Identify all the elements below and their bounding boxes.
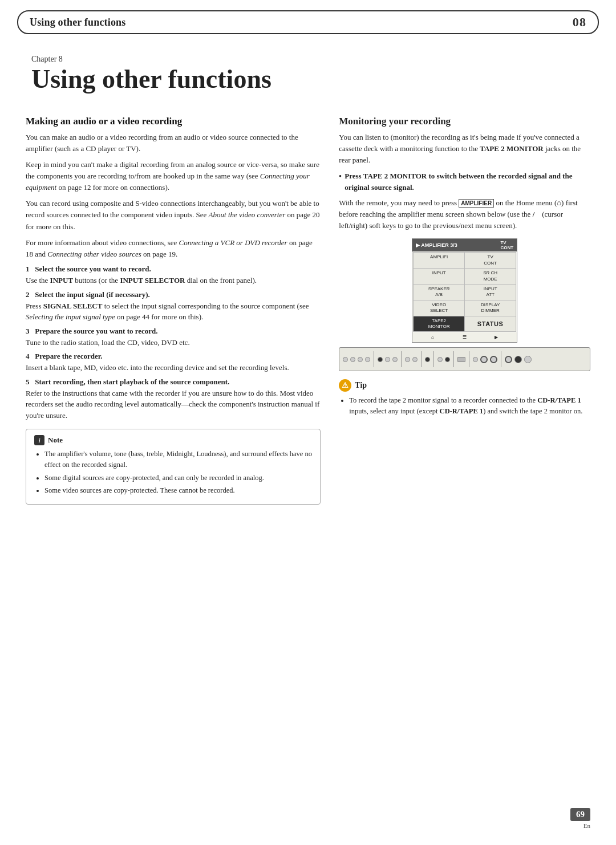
amp-tv-cont: TVCONT bbox=[500, 240, 513, 250]
amp-btn-right: ▶ bbox=[495, 335, 498, 340]
tip-box: ⚠ Tip To record the tape 2 monitor signa… bbox=[339, 379, 590, 417]
panel-divider-3 bbox=[421, 351, 422, 367]
amp-cell-speakerab: SPEAKERA/B bbox=[414, 285, 464, 300]
panel-circle-filled-3 bbox=[445, 357, 450, 362]
panel-circle-filled-4 bbox=[514, 356, 522, 363]
note-list: The amplifier's volume, tone (bass, treb… bbox=[34, 449, 312, 496]
amp-btn-home: ⌂ bbox=[431, 335, 434, 340]
note-icon: i bbox=[34, 435, 44, 445]
monitoring-intro: You can listen to (monitor) the recordin… bbox=[339, 132, 590, 166]
panel-circle-13 bbox=[505, 356, 512, 363]
monitoring-after-bullet: With the remote, you may need to press A… bbox=[339, 197, 590, 231]
amplifier-screen-container: ▶ AMPLIFIER 3/3 TVCONT AMPLIFI TVCONT IN… bbox=[339, 238, 590, 371]
step-2-body: Press SIGNAL SELECT to select the input … bbox=[26, 300, 321, 323]
panel-circle-8 bbox=[412, 357, 418, 362]
left-intro-p3: You can record using composite and S-vid… bbox=[26, 198, 321, 232]
header-chapter-num: 08 bbox=[573, 15, 586, 30]
header-title: Using other functions bbox=[30, 17, 125, 29]
panel-circle-11 bbox=[480, 356, 488, 363]
chapter-label: Chapter 8 bbox=[31, 55, 585, 64]
chapter-area: Chapter 8 Using other functions bbox=[0, 34, 616, 116]
page-number: 69 bbox=[570, 808, 590, 821]
tip-icon: ⚠ bbox=[339, 379, 351, 392]
left-intro-p2: Keep in mind you can't make a digital re… bbox=[26, 159, 321, 193]
panel-circle-filled-2 bbox=[425, 357, 430, 362]
panel-circle-14 bbox=[524, 356, 532, 363]
panel-circle-2 bbox=[350, 357, 355, 362]
step-1-title: 1 Select the source you want to record. bbox=[26, 265, 321, 274]
step-3-title: 3 Prepare the source you want to record. bbox=[26, 327, 321, 336]
panel-divider-1 bbox=[374, 351, 374, 367]
content-columns: Making an audio or a video recording You… bbox=[0, 116, 616, 505]
amp-cell-status: STATUS bbox=[465, 316, 516, 332]
step-2: 2 Select the input signal (if necessary)… bbox=[26, 290, 321, 323]
panel-circle-1 bbox=[343, 357, 348, 362]
amp-cell-amplifi: AMPLIFI bbox=[414, 253, 464, 268]
tip-list: To record the tape 2 monitor signal to a… bbox=[339, 395, 590, 417]
amplifier-screen: ▶ AMPLIFIER 3/3 TVCONT AMPLIFI TVCONT IN… bbox=[412, 238, 517, 343]
front-panel bbox=[339, 347, 590, 371]
note-header: i Note bbox=[34, 435, 312, 445]
amp-cell-displaydim: DISPLAYDIMMER bbox=[465, 300, 516, 316]
panel-divider-5 bbox=[453, 351, 454, 367]
tip-item-1: To record the tape 2 monitor signal to a… bbox=[349, 395, 590, 417]
panel-divider-2 bbox=[401, 351, 402, 367]
step-4-title: 4 Prepare the recorder. bbox=[26, 352, 321, 361]
amp-cell-tape2mon: TAPE2MONITOR bbox=[414, 316, 464, 332]
panel-rect-1 bbox=[457, 357, 465, 362]
amp-bottom-row: ⌂ ☰ ▶ bbox=[412, 332, 517, 342]
header-bar: Using other functions 08 bbox=[17, 10, 599, 34]
tip-label: Tip bbox=[355, 381, 367, 390]
tip-header: ⚠ Tip bbox=[339, 379, 590, 392]
step-5-body: Refer to the instructions that came with… bbox=[26, 388, 321, 421]
amp-cell-inputatt: INPUTATT bbox=[465, 285, 516, 300]
note-item-1: The amplifier's volume, tone (bass, treb… bbox=[44, 449, 312, 470]
chapter-heading: Using other functions bbox=[31, 65, 585, 94]
monitoring-bullet: Press TAPE 2 MONITOR to switch between t… bbox=[339, 170, 590, 193]
step-4: 4 Prepare the recorder. Insert a blank t… bbox=[26, 352, 321, 373]
panel-circle-9 bbox=[437, 357, 443, 362]
right-column: Monitoring your recording You can listen… bbox=[339, 116, 590, 505]
panel-circle-6 bbox=[392, 357, 398, 362]
amp-cell-input: INPUT bbox=[414, 269, 464, 284]
note-item-2: Some digital sources are copy-protected,… bbox=[44, 473, 312, 484]
note-box: i Note The amplifier's volume, tone (bas… bbox=[26, 429, 321, 505]
panel-circle-4 bbox=[365, 357, 370, 362]
panel-circle-7 bbox=[405, 357, 410, 362]
amp-cell-srchmode: SR CHMODE bbox=[465, 269, 516, 284]
panel-circle-3 bbox=[358, 357, 363, 362]
step-5: 5 Start recording, then start playback o… bbox=[26, 377, 321, 421]
panel-divider-7 bbox=[501, 351, 501, 367]
monitoring-heading: Monitoring your recording bbox=[339, 116, 590, 127]
step-3-body: Tune to the radio station, load the CD, … bbox=[26, 337, 321, 348]
panel-divider-6 bbox=[469, 351, 469, 367]
amp-cell-tvcont: TVCONT bbox=[465, 253, 516, 268]
amp-title-bar: ▶ AMPLIFIER 3/3 TVCONT bbox=[412, 239, 517, 251]
step-2-title: 2 Select the input signal (if necessary)… bbox=[26, 290, 321, 299]
footer-lang: En bbox=[583, 822, 590, 829]
left-column: Making an audio or a video recording You… bbox=[26, 116, 321, 505]
amp-title-text: ▶ AMPLIFIER 3/3 bbox=[416, 242, 457, 248]
step-5-title: 5 Start recording, then start playback o… bbox=[26, 377, 321, 387]
panel-divider-4 bbox=[433, 351, 434, 367]
note-item-3: Some video sources are copy-protected. T… bbox=[44, 485, 312, 496]
left-intro-p1: You can make an audio or a video recordi… bbox=[26, 132, 321, 155]
footer: 69 En bbox=[570, 808, 590, 829]
amp-grid: AMPLIFI TVCONT INPUT SR CHMODE SPEAKERA/… bbox=[413, 252, 516, 332]
note-label: Note bbox=[48, 436, 63, 445]
step-3: 3 Prepare the source you want to record.… bbox=[26, 327, 321, 348]
panel-circle-12 bbox=[490, 356, 497, 363]
panel-circle-10 bbox=[473, 357, 478, 362]
step-1-body: Use the INPUT buttons (or the INPUT SELE… bbox=[26, 275, 321, 286]
panel-circle-filled-1 bbox=[378, 357, 383, 362]
step-1: 1 Select the source you want to record. … bbox=[26, 265, 321, 286]
step-4-body: Insert a blank tape, MD, video etc. into… bbox=[26, 362, 321, 373]
amp-cell-videosel: VIDEOSELECT bbox=[414, 300, 464, 316]
left-section-heading: Making an audio or a video recording bbox=[26, 116, 321, 127]
left-intro-p4: For more information about video connect… bbox=[26, 237, 321, 260]
amp-btn-menu: ☰ bbox=[463, 335, 467, 340]
panel-circle-5 bbox=[385, 357, 390, 362]
